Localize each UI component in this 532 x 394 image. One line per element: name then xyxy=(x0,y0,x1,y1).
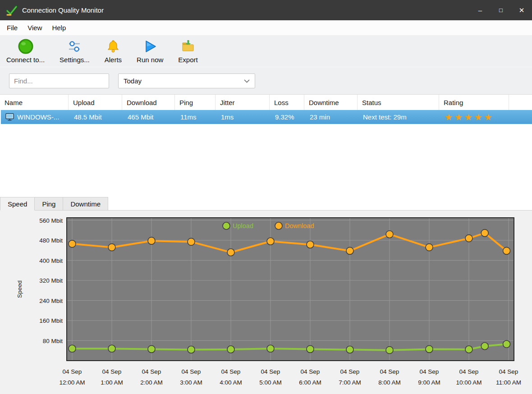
column-header-download[interactable]: Download xyxy=(122,95,175,110)
svg-text:Speed: Speed xyxy=(16,280,23,298)
menu-view[interactable]: View xyxy=(23,24,47,32)
svg-text:560 Mbit: 560 Mbit xyxy=(39,217,63,224)
minimize-button[interactable]: – xyxy=(470,0,491,20)
settings-icon xyxy=(67,37,82,55)
svg-text:80 Mbit: 80 Mbit xyxy=(43,338,63,344)
svg-text:04 Sep2:00 AM: 04 Sep2:00 AM xyxy=(140,368,163,386)
svg-text:320 Mbit: 320 Mbit xyxy=(39,277,63,284)
connect-icon xyxy=(18,37,34,55)
downtime-cell: 23 min xyxy=(305,113,358,121)
tab-downtime[interactable]: Downtime xyxy=(63,197,108,210)
close-button[interactable]: ✕ xyxy=(511,0,532,20)
svg-text:Upload: Upload xyxy=(233,222,253,229)
titlebar: Connection Quality Monitor – □ ✕ xyxy=(0,0,532,20)
svg-text:480 Mbit: 480 Mbit xyxy=(39,237,63,244)
svg-text:400 Mbit: 400 Mbit xyxy=(39,257,63,264)
host-name: WINDOWS-... xyxy=(17,113,59,121)
column-header-ping[interactable]: Ping xyxy=(175,95,216,110)
date-range-select[interactable]: Today xyxy=(118,73,255,88)
svg-text:04 Sep4:00 AM: 04 Sep4:00 AM xyxy=(220,368,242,386)
play-icon xyxy=(143,37,157,55)
find-input[interactable] xyxy=(9,73,109,88)
column-header-status[interactable]: Status xyxy=(358,95,439,110)
svg-text:04 Sep3:00 AM: 04 Sep3:00 AM xyxy=(180,368,202,386)
tab-ping[interactable]: Ping xyxy=(34,197,63,210)
rating-stars: ★★★★★ xyxy=(445,113,494,122)
tab-speed[interactable]: Speed xyxy=(0,197,35,211)
connect-button[interactable]: Connect to... xyxy=(2,37,49,64)
alerts-label: Alerts xyxy=(105,56,122,64)
svg-text:04 Sep1:00 AM: 04 Sep1:00 AM xyxy=(101,368,123,386)
maximize-button[interactable]: □ xyxy=(491,0,511,20)
svg-text:160 Mbit: 160 Mbit xyxy=(39,317,63,324)
chart-tabbar: Speed Ping Downtime xyxy=(0,197,532,211)
svg-text:04 Sep5:00 AM: 04 Sep5:00 AM xyxy=(259,368,282,386)
svg-text:04 Sep7:00 AM: 04 Sep7:00 AM xyxy=(339,368,361,386)
results-table: Name Upload Download Ping Jitter Loss Do… xyxy=(0,95,532,197)
svg-text:04 Sep9:00 AM: 04 Sep9:00 AM xyxy=(418,368,440,386)
svg-text:240 Mbit: 240 Mbit xyxy=(39,298,63,304)
menu-file[interactable]: File xyxy=(2,24,23,32)
connect-label: Connect to... xyxy=(6,56,45,64)
export-icon xyxy=(181,37,195,55)
window-title: Connection Quality Monitor xyxy=(22,6,104,14)
export-label: Export xyxy=(178,56,197,64)
svg-text:04 Sep6:00 AM: 04 Sep6:00 AM xyxy=(299,368,321,386)
upload-cell: 48.5 Mbit xyxy=(69,113,123,121)
date-range-value: Today xyxy=(124,77,142,85)
svg-text:04 Sep10:00 AM: 04 Sep10:00 AM xyxy=(456,368,482,386)
ping-cell: 11ms xyxy=(176,113,216,121)
menu-help[interactable]: Help xyxy=(47,24,71,32)
column-header-jitter[interactable]: Jitter xyxy=(216,95,270,110)
filterbar: Today xyxy=(0,67,532,95)
menubar: File View Help xyxy=(0,20,532,35)
run-now-label: Run now xyxy=(137,56,163,64)
svg-text:04 Sep8:00 AM: 04 Sep8:00 AM xyxy=(378,368,401,386)
column-header-upload[interactable]: Upload xyxy=(69,95,122,110)
column-header-downtime[interactable]: Downtime xyxy=(304,95,358,110)
chevron-down-icon xyxy=(244,79,250,83)
export-button[interactable]: Export xyxy=(174,37,202,64)
rating-cell: ★★★★★ xyxy=(440,113,510,122)
download-cell: 465 Mbit xyxy=(123,113,176,121)
computer-icon xyxy=(5,113,14,121)
chart-panel: 80 Mbit160 Mbit240 Mbit320 Mbit400 Mbit4… xyxy=(0,211,532,394)
status-cell: Next test: 29m xyxy=(358,113,440,121)
alerts-button[interactable]: Alerts xyxy=(100,37,126,64)
table-row[interactable]: WINDOWS-... 48.5 Mbit 465 Mbit 11ms 1ms … xyxy=(1,110,532,124)
host-name-cell: WINDOWS-... xyxy=(1,113,69,121)
svg-text:04 Sep12:00 AM: 04 Sep12:00 AM xyxy=(59,368,85,386)
settings-label: Settings... xyxy=(60,56,90,64)
bell-icon xyxy=(106,37,120,55)
app-logo-icon xyxy=(6,5,18,16)
jitter-cell: 1ms xyxy=(216,113,271,121)
speed-chart: 80 Mbit160 Mbit240 Mbit320 Mbit400 Mbit4… xyxy=(0,211,532,394)
column-header-rating[interactable]: Rating xyxy=(439,95,509,110)
loss-cell: 9.32% xyxy=(271,113,305,121)
run-now-button[interactable]: Run now xyxy=(132,37,168,64)
table-header: Name Upload Download Ping Jitter Loss Do… xyxy=(0,95,532,110)
toolbar: Connect to... Settings... A xyxy=(0,35,532,67)
app-window: Connection Quality Monitor – □ ✕ File Vi… xyxy=(0,0,532,394)
svg-text:04 Sep11:00 AM: 04 Sep11:00 AM xyxy=(496,368,521,386)
svg-text:Download: Download xyxy=(285,222,314,229)
column-header-name[interactable]: Name xyxy=(0,95,69,110)
column-header-loss[interactable]: Loss xyxy=(270,95,304,110)
settings-button[interactable]: Settings... xyxy=(55,37,94,64)
